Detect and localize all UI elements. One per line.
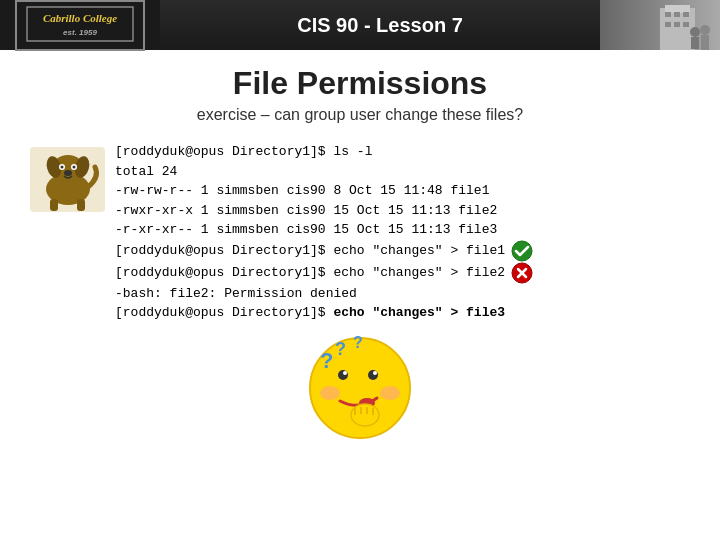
terminal-line-2: total 24 — [115, 162, 690, 182]
terminal-line-4: -rwxr-xr-x 1 simmsben cis90 15 Oct 15 11… — [115, 201, 690, 221]
header-title: CIS 90 - Lesson 7 — [297, 14, 463, 37]
main-content: File Permissions exercise – can group us… — [0, 50, 720, 453]
svg-rect-6 — [665, 5, 690, 13]
page-title: File Permissions — [30, 65, 690, 102]
logo-box: Cabrillo College est. 1959 — [15, 0, 145, 51]
page-subtitle: exercise – can group user change these f… — [30, 106, 690, 124]
svg-rect-10 — [665, 22, 671, 27]
svg-point-15 — [700, 25, 710, 35]
svg-point-13 — [690, 27, 700, 37]
svg-rect-9 — [683, 12, 689, 17]
terminal-line-6: [roddyduk@opus Directory1]$ echo "change… — [115, 240, 690, 262]
terminal-line-7: [roddyduk@opus Directory1]$ echo "change… — [115, 262, 690, 284]
header: Cabrillo College est. 1959 CIS 90 - Less… — [0, 0, 720, 50]
terminal-line-1: [roddyduk@opus Directory1]$ ls -l — [115, 142, 690, 162]
svg-point-35 — [368, 370, 378, 380]
logo-area: Cabrillo College est. 1959 — [0, 0, 160, 50]
svg-point-34 — [338, 370, 348, 380]
svg-text:?: ? — [335, 339, 346, 359]
svg-rect-0 — [25, 5, 135, 43]
svg-rect-16 — [701, 35, 709, 50]
terminal-line-8: -bash: file2: Permission denied — [115, 284, 690, 304]
svg-rect-11 — [674, 22, 680, 27]
terminal-line-9: [roddyduk@opus Directory1]$ echo "change… — [115, 303, 690, 323]
content-row: [roddyduk@opus Directory1]$ ls -l total … — [30, 142, 690, 323]
svg-point-39 — [320, 386, 340, 400]
svg-rect-28 — [77, 199, 85, 211]
svg-text:?: ? — [320, 348, 333, 373]
check-icon — [511, 240, 533, 262]
logo-title: Cabrillo College est. 1959 — [25, 5, 135, 46]
svg-rect-8 — [674, 12, 680, 17]
header-decorative-image — [600, 0, 720, 50]
svg-point-25 — [73, 166, 76, 169]
terminal-line-5: -r-xr-xr-- 1 simmsben cis90 15 Oct 15 11… — [115, 220, 690, 240]
svg-text:Cabrillo College: Cabrillo College — [43, 12, 117, 24]
svg-rect-7 — [665, 12, 671, 17]
svg-point-40 — [380, 386, 400, 400]
svg-point-36 — [343, 371, 347, 375]
terminal-bold-cmd: echo "changes" > file3 — [333, 305, 505, 320]
thinking-emoji: ? ? ? — [305, 333, 415, 443]
svg-point-26 — [64, 170, 72, 176]
terminal-line-3: -rw-rw-r-- 1 simmsben cis90 8 Oct 15 11:… — [115, 181, 690, 201]
error-icon — [511, 262, 533, 284]
svg-text:est. 1959: est. 1959 — [63, 28, 97, 37]
svg-point-37 — [373, 371, 377, 375]
terminal-output: [roddyduk@opus Directory1]$ ls -l total … — [115, 142, 690, 323]
svg-text:?: ? — [353, 334, 363, 351]
svg-rect-14 — [691, 37, 699, 49]
svg-rect-27 — [50, 199, 58, 211]
svg-point-24 — [61, 166, 64, 169]
terminal-block: [roddyduk@opus Directory1]$ ls -l total … — [115, 142, 690, 323]
svg-rect-12 — [683, 22, 689, 27]
emoji-area: ? ? ? — [30, 333, 690, 443]
dog-image — [30, 147, 105, 212]
